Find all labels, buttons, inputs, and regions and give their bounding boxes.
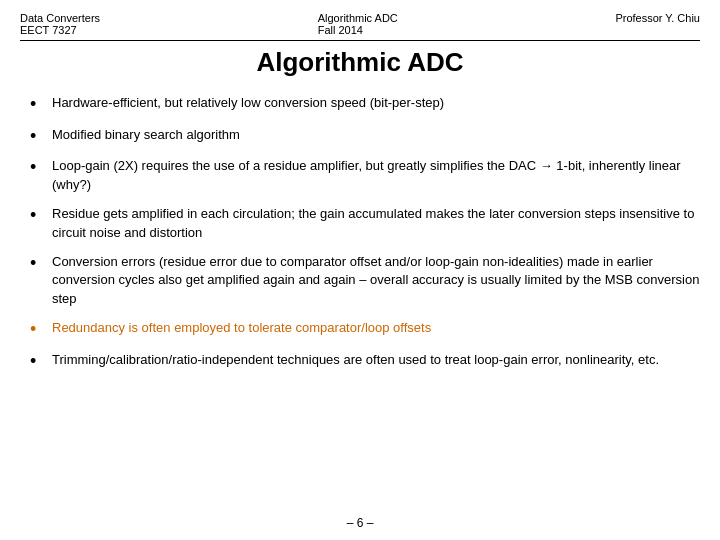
bullet-text-1: Hardware-efficient, but relatively low c… xyxy=(52,94,700,113)
slide-subject: Algorithmic ADC xyxy=(318,12,398,24)
bullet-dot-3: • xyxy=(30,157,46,179)
bullet-dot-4: • xyxy=(30,205,46,227)
bullet-text-3: Loop-gain (2X) requires the use of a res… xyxy=(52,157,700,195)
bullet-dot-1: • xyxy=(30,94,46,116)
page-title: Algorithmic ADC xyxy=(20,47,700,78)
bullet-item-6: •Redundancy is often employed to tolerat… xyxy=(30,319,700,341)
course-name: Data Converters xyxy=(20,12,100,24)
bullet-dot-2: • xyxy=(30,126,46,148)
bullet-item-7: •Trimming/calibration/ratio-independent … xyxy=(30,351,700,373)
bullet-text-7: Trimming/calibration/ratio-independent t… xyxy=(52,351,700,370)
bullet-item-3: •Loop-gain (2X) requires the use of a re… xyxy=(30,157,700,195)
bullet-text-6: Redundancy is often employed to tolerate… xyxy=(52,319,700,338)
bullet-item-4: •Residue gets amplified in each circulat… xyxy=(30,205,700,243)
bullet-item-1: •Hardware-efficient, but relatively low … xyxy=(30,94,700,116)
bullet-text-4: Residue gets amplified in each circulati… xyxy=(52,205,700,243)
bullet-dot-6: • xyxy=(30,319,46,341)
page-container: Data Converters EECT 7327 Algorithmic AD… xyxy=(0,0,720,540)
bullet-list: •Hardware-efficient, but relatively low … xyxy=(30,94,700,508)
bullet-text-2: Modified binary search algorithm xyxy=(52,126,700,145)
page-footer: – 6 – xyxy=(20,516,700,530)
bullet-dot-5: • xyxy=(30,253,46,275)
header-left: Data Converters EECT 7327 xyxy=(20,12,100,36)
course-number: EECT 7327 xyxy=(20,24,100,36)
bullet-text-5: Conversion errors (residue error due to … xyxy=(52,253,700,310)
header-center: Algorithmic ADC Fall 2014 xyxy=(318,12,398,36)
bullet-item-2: •Modified binary search algorithm xyxy=(30,126,700,148)
header-divider xyxy=(20,40,700,41)
bullet-item-5: •Conversion errors (residue error due to… xyxy=(30,253,700,310)
bullet-dot-7: • xyxy=(30,351,46,373)
semester: Fall 2014 xyxy=(318,24,398,36)
professor-name: Professor Y. Chiu xyxy=(615,12,700,24)
header: Data Converters EECT 7327 Algorithmic AD… xyxy=(20,12,700,36)
